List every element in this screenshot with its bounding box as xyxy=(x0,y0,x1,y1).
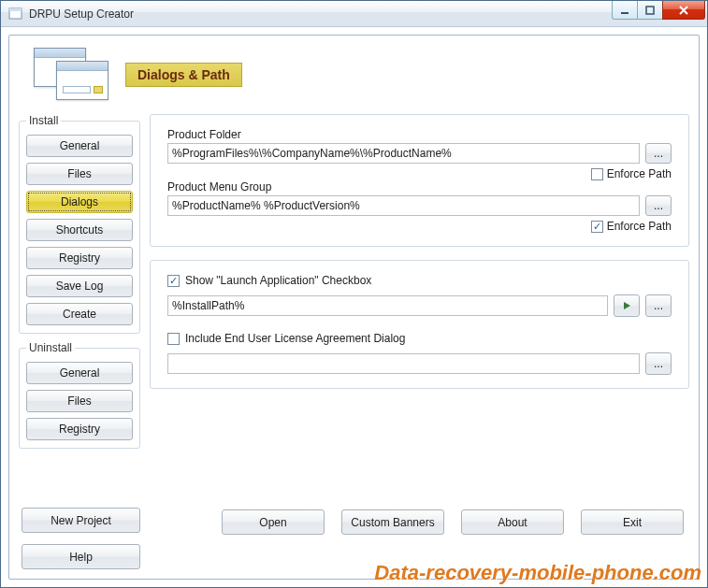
product-menu-enforce-checkbox[interactable] xyxy=(591,221,603,233)
product-folder-input[interactable] xyxy=(167,143,640,164)
eula-checkbox-label: Include End User License Agreement Dialo… xyxy=(185,332,405,345)
product-menu-label: Product Menu Group xyxy=(167,180,672,194)
titlebar: DRPU Setup Creator xyxy=(1,1,707,27)
main-panel: Dialogs & Path Install General Files Dia… xyxy=(8,35,700,580)
footer: New Project Help Open Custom Banners Abo… xyxy=(19,508,689,569)
uninstall-legend: Uninstall xyxy=(26,341,75,354)
launch-checkbox[interactable] xyxy=(167,275,180,287)
sidebar-uninstall-files[interactable]: Files xyxy=(26,390,133,412)
close-button[interactable] xyxy=(662,1,705,20)
sidebar-install-shortcuts[interactable]: Shortcuts xyxy=(26,219,133,241)
paths-section: Product Folder ... Enforce Path Product … xyxy=(150,114,689,247)
launch-checkbox-label: Show "Launch Application" Checkbox xyxy=(185,274,371,287)
app-icon xyxy=(8,7,23,22)
sidebar: Install General Files Dialogs Shortcuts … xyxy=(19,114,140,500)
sidebar-install-dialogs[interactable]: Dialogs xyxy=(26,191,133,213)
help-button[interactable]: Help xyxy=(22,544,140,569)
exit-button[interactable]: Exit xyxy=(581,509,684,535)
sidebar-install-create[interactable]: Create xyxy=(26,303,133,325)
footer-right: Open Custom Banners About Exit xyxy=(153,508,689,535)
page-title: Dialogs & Path xyxy=(125,63,242,87)
options-section: Show "Launch Application" Checkbox ... xyxy=(150,260,689,389)
client-area: Dialogs & Path Install General Files Dia… xyxy=(1,27,707,587)
header: Dialogs & Path xyxy=(19,41,689,108)
sidebar-install-savelog[interactable]: Save Log xyxy=(26,275,133,297)
launch-test-button[interactable] xyxy=(614,294,640,317)
product-folder-browse-button[interactable]: ... xyxy=(645,143,672,164)
launch-browse-button[interactable]: ... xyxy=(645,294,672,317)
open-button[interactable]: Open xyxy=(222,509,325,535)
footer-left: New Project Help xyxy=(19,508,140,569)
eula-browse-button[interactable]: ... xyxy=(645,352,672,375)
sidebar-install-files[interactable]: Files xyxy=(26,163,133,185)
body: Install General Files Dialogs Shortcuts … xyxy=(19,114,689,500)
sidebar-install-general[interactable]: General xyxy=(26,135,133,157)
eula-path-input[interactable] xyxy=(167,353,640,374)
svg-rect-3 xyxy=(646,7,654,14)
minimize-button[interactable] xyxy=(612,1,638,20)
header-windows-icon xyxy=(34,48,107,102)
product-menu-enforce-label: Enforce Path xyxy=(607,220,672,233)
install-group: Install General Files Dialogs Shortcuts … xyxy=(19,114,140,334)
content: Product Folder ... Enforce Path Product … xyxy=(150,114,689,500)
eula-checkbox[interactable] xyxy=(167,333,180,345)
sidebar-uninstall-registry[interactable]: Registry xyxy=(26,418,133,440)
window-buttons xyxy=(613,1,705,20)
product-folder-enforce-checkbox[interactable] xyxy=(591,168,603,180)
sidebar-uninstall-general[interactable]: General xyxy=(26,362,133,384)
window-title: DRPU Setup Creator xyxy=(29,7,613,21)
product-menu-browse-button[interactable]: ... xyxy=(645,195,672,216)
svg-rect-1 xyxy=(9,8,22,11)
install-legend: Install xyxy=(26,114,61,127)
play-icon xyxy=(622,301,631,310)
app-window: DRPU Setup Creator xyxy=(0,0,708,588)
product-folder-label: Product Folder xyxy=(167,128,672,141)
about-button[interactable]: About xyxy=(461,509,564,535)
product-menu-input[interactable] xyxy=(167,195,640,216)
sidebar-install-registry[interactable]: Registry xyxy=(26,247,133,269)
maximize-button[interactable] xyxy=(637,1,663,20)
custom-banners-button[interactable]: Custom Banners xyxy=(341,509,444,535)
launch-path-input[interactable] xyxy=(167,295,608,316)
svg-rect-2 xyxy=(621,12,629,14)
uninstall-group: Uninstall General Files Registry xyxy=(19,341,140,449)
new-project-button[interactable]: New Project xyxy=(22,508,140,533)
product-folder-enforce-label: Enforce Path xyxy=(607,167,672,180)
